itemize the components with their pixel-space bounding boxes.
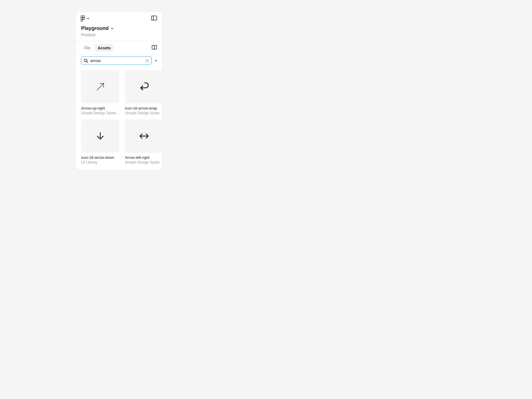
library-button[interactable] xyxy=(152,45,157,51)
logo-menu[interactable] xyxy=(81,16,89,22)
asset-thumb xyxy=(81,119,119,153)
asset-thumb xyxy=(125,119,162,153)
arrow-down-icon xyxy=(94,130,106,142)
search-icon xyxy=(84,58,88,63)
file-title-dropdown[interactable]: Playground xyxy=(81,25,157,31)
sidebar-toggle-button[interactable] xyxy=(151,16,157,22)
tab-file[interactable]: File xyxy=(81,44,93,52)
assets-grid: Arrow-up-right Simple Design Syste… icon… xyxy=(76,68,162,170)
svg-point-11 xyxy=(156,61,157,61)
file-title: Playground xyxy=(81,25,109,31)
arrow-left-right-icon xyxy=(138,130,150,142)
asset-library: Simple Design Syste… xyxy=(125,111,162,115)
svg-point-0 xyxy=(83,18,85,20)
svg-line-12 xyxy=(97,83,104,90)
tabs-row: File Assets xyxy=(76,41,162,55)
sidebar-toggle-icon xyxy=(151,16,157,21)
arrow-wrap-icon xyxy=(138,81,150,93)
asset-thumb xyxy=(125,70,162,103)
asset-name: Arrow-left-right xyxy=(125,155,162,160)
asset-item[interactable]: icon-16-arrow-wrap Simple Design Syste… xyxy=(125,70,162,115)
tab-assets[interactable]: Assets xyxy=(95,44,114,52)
asset-item[interactable]: icon-16-arrow-down UI Library xyxy=(81,119,119,164)
figma-logo-icon xyxy=(81,16,85,22)
search-field[interactable] xyxy=(81,57,152,65)
svg-rect-1 xyxy=(152,16,157,20)
library-icon xyxy=(152,45,157,50)
asset-library: Simple Design Syste… xyxy=(81,111,119,115)
asset-name: icon-16-arrow-wrap xyxy=(125,106,162,110)
svg-line-5 xyxy=(87,62,88,63)
search-input[interactable] xyxy=(90,58,143,63)
svg-point-9 xyxy=(155,60,156,60)
topbar xyxy=(76,12,162,23)
file-subtitle: Product xyxy=(81,32,157,37)
arrow-up-right-icon xyxy=(94,81,106,93)
clear-icon[interactable] xyxy=(145,59,149,63)
tabs: File Assets xyxy=(81,44,114,52)
asset-name: Arrow-up-right xyxy=(81,106,119,110)
assets-panel: Playground Product File Assets xyxy=(75,11,162,170)
title-block: Playground Product xyxy=(76,23,162,41)
filter-icon[interactable] xyxy=(155,58,157,63)
search-row xyxy=(76,55,162,68)
asset-item[interactable]: Arrow-left-right Simple Design Syste… xyxy=(125,119,162,164)
chevron-down-icon xyxy=(87,17,89,20)
asset-library: Simple Design Syste… xyxy=(125,160,162,164)
asset-name: icon-16-arrow-down xyxy=(81,155,119,160)
asset-thumb xyxy=(81,70,119,103)
chevron-down-icon xyxy=(111,27,114,30)
asset-item[interactable]: Arrow-up-right Simple Design Syste… xyxy=(81,70,119,115)
asset-library: UI Library xyxy=(81,160,119,164)
